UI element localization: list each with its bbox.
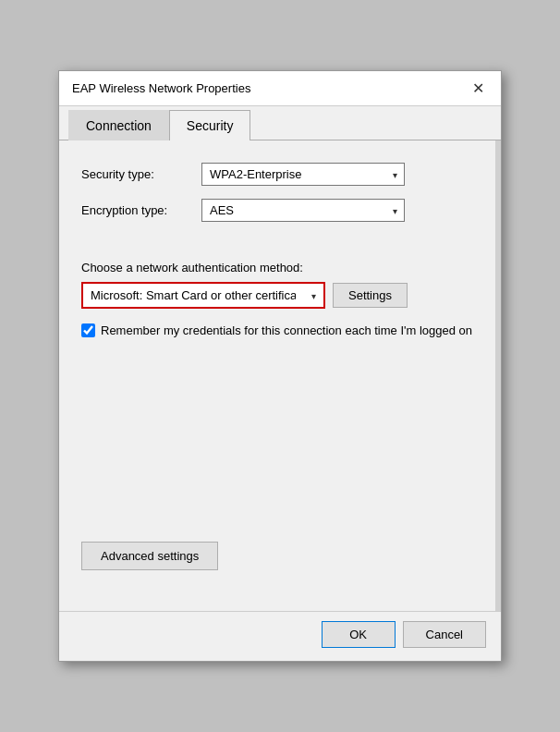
dialog-title: EAP Wireless Network Properties (72, 81, 250, 95)
auth-method-select[interactable]: Microsoft: Smart Card or other certifica… (83, 284, 323, 307)
content-spacer (81, 340, 473, 543)
encryption-type-select-wrapper: AES ▾ (201, 199, 405, 222)
close-button[interactable]: ✕ (468, 79, 488, 99)
remember-credentials-checkbox[interactable] (81, 323, 95, 337)
auth-settings-button[interactable]: Settings (333, 283, 408, 308)
tab-connection[interactable]: Connection (68, 110, 169, 140)
encryption-type-label: Encryption type: (81, 203, 201, 217)
advanced-settings-button[interactable]: Advanced settings (81, 542, 218, 570)
auth-method-row: Microsoft: Smart Card or other certifica… (81, 282, 473, 309)
security-type-select[interactable]: WPA2-Enterprise (201, 163, 405, 186)
main-area: Security type: WPA2-Enterprise ▾ Encrypt… (59, 140, 501, 611)
remember-credentials-row: Remember my credentials for this connect… (81, 322, 473, 340)
security-type-select-wrapper: WPA2-Enterprise ▾ (201, 163, 405, 186)
dialog-window: EAP Wireless Network Properties ✕ Connec… (58, 70, 502, 662)
ok-button[interactable]: OK (322, 621, 396, 648)
encryption-type-select[interactable]: AES (201, 199, 405, 222)
scroll-indicator (495, 140, 501, 611)
tab-bar: Connection Security (59, 110, 501, 140)
cancel-button[interactable]: Cancel (403, 621, 486, 648)
security-type-row: Security type: WPA2-Enterprise ▾ (81, 163, 473, 186)
title-bar: EAP Wireless Network Properties ✕ (59, 71, 501, 106)
dialog-footer: OK Cancel (59, 611, 501, 661)
tab-security[interactable]: Security (169, 110, 251, 140)
content-area: Security type: WPA2-Enterprise ▾ Encrypt… (59, 140, 495, 611)
security-tab-content: Security type: WPA2-Enterprise ▾ Encrypt… (59, 140, 495, 611)
security-type-label: Security type: (81, 167, 201, 181)
remember-credentials-label: Remember my credentials for this connect… (101, 322, 472, 340)
encryption-type-row: Encryption type: AES ▾ (81, 199, 473, 222)
auth-method-label: Choose a network authentication method: (81, 261, 473, 274)
auth-select-highlighted-wrapper: Microsoft: Smart Card or other certifica… (81, 282, 325, 309)
